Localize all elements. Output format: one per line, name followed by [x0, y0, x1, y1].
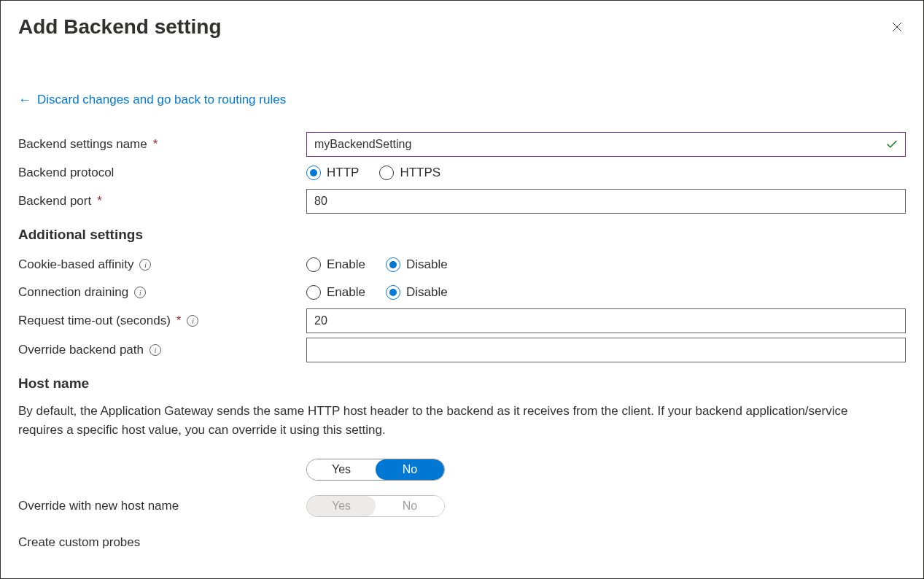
discard-back-link[interactable]: ← Discard changes and go back to routing…: [18, 93, 286, 107]
override-backend-path-label: Override backend path: [18, 343, 144, 357]
override-host-name-label: Override with new host name: [18, 499, 179, 513]
additional-settings-heading: Additional settings: [18, 227, 906, 243]
protocol-label: Backend protocol: [18, 166, 114, 180]
port-label: Backend port: [18, 194, 91, 209]
override-hostname-enable-toggle[interactable]: Yes No: [306, 459, 445, 481]
page-title: Add Backend setting: [18, 15, 221, 39]
required-indicator: *: [97, 194, 102, 209]
connection-draining-disable-radio[interactable]: Disable: [386, 285, 448, 300]
info-icon[interactable]: [150, 344, 161, 356]
enable-label: Enable: [327, 257, 365, 272]
required-indicator: *: [176, 314, 182, 328]
connection-draining-label: Connection draining: [18, 285, 128, 300]
info-icon[interactable]: [187, 315, 198, 327]
info-icon[interactable]: [139, 259, 151, 271]
cookie-affinity-enable-radio[interactable]: Enable: [306, 257, 365, 272]
enable-label: Enable: [327, 285, 365, 300]
radio-icon: [386, 285, 400, 300]
host-name-heading: Host name: [18, 376, 906, 392]
override-backend-path-input[interactable]: [306, 338, 906, 362]
disable-label: Disable: [406, 257, 448, 272]
protocol-https-radio[interactable]: HTTPS: [379, 166, 440, 180]
protocol-http-radio[interactable]: HTTP: [306, 166, 359, 180]
required-indicator: *: [153, 137, 158, 152]
create-custom-probes-label: Create custom probes: [18, 535, 140, 550]
info-icon[interactable]: [134, 287, 146, 298]
port-input[interactable]: [306, 189, 906, 214]
close-icon[interactable]: [888, 18, 906, 36]
radio-icon: [379, 166, 394, 180]
toggle-yes[interactable]: Yes: [307, 459, 376, 480]
back-link-label: Discard changes and go back to routing r…: [37, 93, 286, 107]
protocol-https-label: HTTPS: [400, 166, 440, 180]
radio-icon: [306, 166, 321, 180]
radio-icon: [386, 257, 400, 272]
protocol-http-label: HTTP: [327, 166, 359, 180]
request-timeout-input[interactable]: [306, 308, 906, 333]
connection-draining-enable-radio[interactable]: Enable: [306, 285, 365, 300]
radio-icon: [306, 257, 321, 272]
cookie-affinity-label: Cookie-based affinity: [18, 257, 133, 272]
disable-label: Disable: [406, 285, 448, 300]
override-hostname-toggle-disabled: Yes No: [306, 495, 445, 517]
arrow-left-icon: ←: [18, 93, 31, 106]
radio-icon: [306, 285, 321, 300]
settings-name-label: Backend settings name: [18, 137, 147, 152]
toggle-no-disabled: No: [376, 496, 444, 516]
host-name-description: By default, the Application Gateway send…: [18, 402, 893, 439]
cookie-affinity-disable-radio[interactable]: Disable: [386, 257, 448, 272]
settings-name-input[interactable]: [306, 132, 906, 157]
toggle-yes-disabled: Yes: [307, 496, 376, 516]
request-timeout-label: Request time-out (seconds): [18, 314, 171, 328]
toggle-no[interactable]: No: [376, 459, 444, 480]
